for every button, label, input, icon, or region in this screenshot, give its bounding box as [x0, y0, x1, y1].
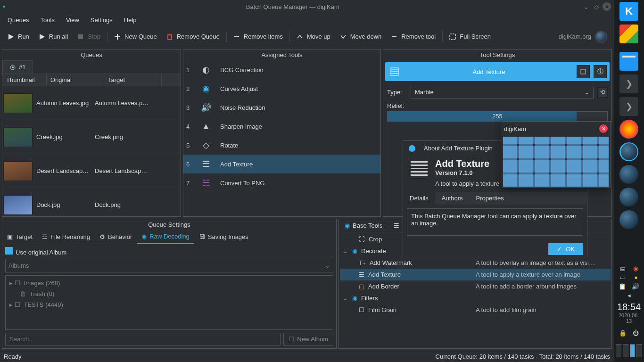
battery-icon[interactable]: ▭ [620, 274, 626, 281]
status-bar: Ready Current Queue: 20 items / 140 task… [0, 351, 614, 362]
assigned-tool-1[interactable]: 1◐BCG Correction [183, 60, 380, 79]
qs-tab-target[interactable]: ▣ Target [2, 230, 37, 244]
menu-settings[interactable]: Settings [85, 15, 118, 25]
remove-tool-button[interactable]: Remove tool [386, 31, 440, 42]
status-left: Ready [4, 353, 22, 360]
use-original-checkbox[interactable]: Use original Album [5, 247, 333, 256]
qs-tab-renaming[interactable]: ☲ File Renaming [37, 230, 95, 244]
about-description: This Batch Queue Manager tool can can ap… [407, 208, 583, 236]
assigned-tool-6[interactable]: 6☰Add Texture [183, 155, 380, 173]
relief-label: Relief: [387, 102, 405, 109]
relief-slider[interactable]: 255 [387, 111, 608, 122]
tool-icon: ◉ [200, 83, 212, 94]
assigned-title: Assigned Tools [183, 49, 380, 60]
menu-queues[interactable]: Queues [2, 15, 35, 25]
tool-group-filters[interactable]: ⌄◉Filters [340, 292, 611, 304]
digikam-task-4[interactable] [619, 210, 638, 229]
move-up-button[interactable]: Move up [292, 31, 335, 42]
queue-tab-1[interactable]: #1 [2, 60, 33, 74]
tool-settings-header: Add Texture ⓘ [385, 62, 610, 81]
digikam-tooltip: digiKam ✕ [501, 121, 611, 188]
svg-rect-6 [581, 69, 586, 74]
tray-expand-icon[interactable]: ◂ [627, 292, 631, 299]
texture-icon [388, 65, 401, 78]
window-maximize-button[interactable]: ◇ [592, 2, 601, 11]
settings-reset-button[interactable] [577, 65, 590, 78]
volume-icon[interactable]: 🔊 [632, 283, 639, 290]
queue-row[interactable]: Desert Landscap…Desert Landscap… [2, 154, 181, 188]
power-icon[interactable]: ⏻ [633, 329, 639, 337]
tp-tab-base[interactable]: ◉ Base Tools [339, 219, 388, 232]
album-search-input[interactable] [5, 333, 281, 346]
window-minimize-button[interactable]: ⌄ [582, 2, 590, 11]
assigned-tool-3[interactable]: 3🔊Noise Reduction [183, 98, 380, 117]
lock-icon[interactable]: 🔒 [619, 329, 627, 337]
qs-tab-behavior[interactable]: ⚙ Behavior [95, 230, 137, 244]
run-button[interactable]: Run [3, 31, 34, 42]
digikam-task-3[interactable] [619, 188, 638, 206]
qs-tab-saving[interactable]: 🖫 Saving Images [194, 230, 253, 244]
about-ok-button[interactable]: ✓OK [548, 243, 583, 255]
assigned-tool-2[interactable]: 2◉Curves Adjust [183, 79, 380, 98]
settings-info-button[interactable]: ⓘ [594, 65, 607, 78]
tree-tests[interactable]: ▸ ☐ TESTS (4449) [8, 299, 331, 310]
menu-help[interactable]: Help [118, 15, 142, 25]
tree-images[interactable]: ▸ ☐ Images (268) [8, 278, 331, 288]
queue-settings-panel: Queue Settings ▣ Target ☲ File Renaming … [2, 219, 337, 349]
brand-link[interactable]: digiKam.org [559, 31, 611, 43]
clock[interactable]: 18:54 2020-08-13 [616, 300, 642, 326]
menu-bar: Queues Tools View Settings Help [0, 13, 614, 26]
albums-select[interactable]: Albums⌄ [5, 259, 333, 272]
about-tab-properties[interactable]: Properties [470, 192, 511, 205]
thumbnail [3, 195, 33, 215]
menu-view[interactable]: View [60, 15, 85, 25]
queue-row[interactable]: Autumn Leaves.jpgAutumn Leaves.p… [2, 86, 181, 120]
about-tab-details[interactable]: Details [403, 192, 435, 205]
window-close-button[interactable]: ✕ [603, 2, 611, 11]
tool-add-texture[interactable]: ☰Add TextureA tool to apply a texture ov… [340, 269, 611, 280]
tool-film-grain[interactable]: ☐Film GrainA tool to add film grain [340, 304, 611, 316]
remove-queue-button[interactable]: Remove Queue [162, 31, 224, 42]
window-title: Batch Queue Manager — digiKam [5, 3, 580, 10]
svg-rect-0 [78, 34, 83, 39]
assigned-tool-7[interactable]: 7☵Convert To PNG [183, 173, 380, 192]
full-screen-button[interactable]: Full Screen [445, 31, 495, 42]
queues-title: Queues [2, 49, 181, 60]
discover-button[interactable] [619, 25, 638, 43]
queue-row[interactable]: Creek.jpgCreek.png [2, 120, 181, 154]
virtual-desktop-pager[interactable] [616, 341, 642, 360]
about-header: About Add Texture Plugin [424, 145, 493, 152]
firefox-button[interactable] [619, 120, 638, 139]
menu-tools[interactable]: Tools [35, 15, 60, 25]
tree-trash[interactable]: 🗑 Trash (0) [8, 288, 331, 299]
album-tree[interactable]: ▸ ☐ Images (268) 🗑 Trash (0) ▸ ☐ TESTS (… [5, 275, 333, 330]
type-reset-button[interactable]: ⟲ [597, 87, 608, 98]
queue-row[interactable]: Dock.jpgDock.png [2, 188, 181, 216]
move-down-button[interactable]: Move down [335, 31, 386, 42]
tool-add-border[interactable]: ▢Add BorderA tool to add a border around… [340, 280, 611, 292]
digikam-task-2[interactable] [619, 165, 638, 184]
assigned-tool-4[interactable]: 4▲Sharpen Image [183, 117, 380, 136]
digikam-task-active[interactable] [619, 142, 638, 161]
updates-icon[interactable]: ◉ [633, 265, 638, 272]
qs-tab-raw[interactable]: ◉ Raw Decoding [137, 230, 194, 244]
queue-settings-title: Queue Settings [2, 219, 336, 230]
usb-icon[interactable]: 🖴 [619, 265, 626, 272]
taskbar-group-1[interactable]: ❯ [619, 74, 638, 93]
svg-point-4 [12, 66, 14, 68]
about-tab-authors[interactable]: Authors [435, 192, 470, 205]
run-all-button[interactable]: Run all [34, 31, 73, 42]
assigned-tool-5[interactable]: 5◇Rotate [183, 136, 380, 155]
remove-items-button[interactable]: Remove items [229, 31, 288, 42]
night-icon[interactable]: ● [634, 274, 638, 281]
taskbar-group-2[interactable]: ❯ [619, 97, 638, 116]
type-select[interactable]: Marble⌄ [411, 86, 594, 99]
tooltip-close-button[interactable]: ✕ [599, 124, 608, 133]
files-button[interactable] [619, 52, 638, 71]
stop-button: Stop [73, 31, 105, 42]
clipboard-icon[interactable]: 📋 [619, 283, 626, 290]
new-queue-button[interactable]: New Queue [109, 31, 162, 42]
kde-launcher-button[interactable]: K [619, 2, 638, 21]
new-album-button[interactable]: ☐ New Album [283, 333, 333, 346]
queue-table-header: Thumbnail Original Target [2, 74, 181, 86]
